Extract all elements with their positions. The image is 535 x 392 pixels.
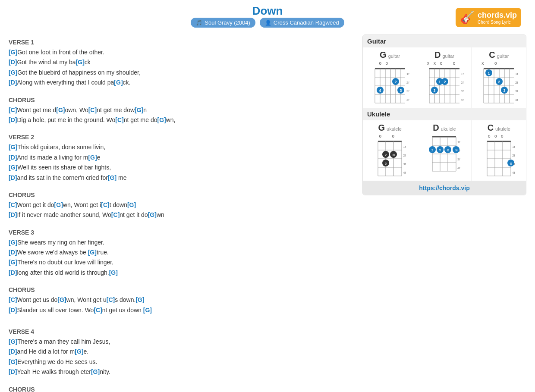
section-label: VERSE 1	[9, 39, 354, 46]
lyric-line: [C]Wont get it do[G]wn, Wont get i[C]t d…	[9, 200, 354, 210]
section-label: CHORUS	[9, 97, 354, 103]
chord-marker[interactable]: [C]	[9, 201, 17, 208]
svg-text:⊕: ⊕	[447, 148, 450, 152]
svg-text:2fr: 2fr	[512, 154, 515, 157]
chord-marker[interactable]: [G]	[135, 296, 144, 303]
svg-text:3: 3	[400, 88, 402, 93]
chord-marker[interactable]: [D]	[9, 174, 17, 181]
svg-text:3: 3	[504, 88, 506, 93]
chord-marker[interactable]: [D]	[9, 368, 17, 375]
svg-text:2: 2	[431, 148, 434, 152]
svg-text:3fr: 3fr	[457, 157, 460, 161]
lyric-line: [D]Got the wind at my ba[G]ck	[9, 57, 354, 67]
chord-D-guitar: D guitar x x o o	[417, 47, 472, 108]
section-label: VERSE 4	[9, 328, 354, 335]
chord-marker[interactable]: [G]	[108, 174, 116, 181]
logo-area: 🎸 chords.vip Chord Song Lyric	[456, 8, 521, 27]
chord-marker[interactable]: [C]	[9, 296, 17, 303]
svg-text:1fr: 1fr	[406, 72, 409, 76]
section-label: VERSE 2	[9, 134, 354, 141]
chord-G-ukulele: G ukulele o o	[363, 120, 417, 181]
meta-bar: 🎵 Soul Gravy (2004) 👤 Cross Canadian Rag…	[9, 18, 526, 28]
album-label: Soul Gravy (2004)	[205, 19, 250, 26]
chord-marker[interactable]: [D]	[9, 211, 17, 218]
chord-marker[interactable]: [C]	[107, 296, 115, 303]
chord-marker[interactable]: [C]	[9, 107, 17, 113]
lyric-line: [G]She wears my ring on her finger.	[9, 238, 354, 247]
chord-marker[interactable]: [G]	[148, 211, 157, 218]
svg-text:4fr: 4fr	[403, 171, 406, 175]
svg-text:2fr: 2fr	[461, 81, 464, 85]
svg-text:1fr: 1fr	[403, 145, 406, 149]
chord-marker[interactable]: [D]	[9, 307, 17, 314]
chord-panel-url: https://chords.vip	[363, 181, 526, 195]
chord-marker[interactable]: [D]	[9, 116, 17, 123]
svg-text:2fr: 2fr	[406, 81, 409, 85]
chord-marker[interactable]: [G]	[109, 269, 118, 276]
svg-text:2fr: 2fr	[403, 154, 406, 157]
lyrics-column: VERSE 1[G]Got one foot in front of the o…	[9, 34, 354, 392]
chord-marker[interactable]: [G]	[9, 69, 17, 76]
chord-marker[interactable]: [G]	[57, 296, 66, 303]
chord-marker[interactable]: [G]	[9, 144, 17, 151]
lyric-line: [C]Wont get us do[G]wn, Wont get u[C]s d…	[9, 295, 354, 304]
chord-marker[interactable]: [G]	[88, 249, 97, 256]
spacer	[9, 220, 354, 225]
chord-marker[interactable]: [G]	[54, 201, 63, 208]
lyric-line: [D]long after this old world is through.…	[9, 268, 354, 277]
chord-marker[interactable]: [C]	[115, 116, 123, 123]
chord-marker[interactable]: [D]	[9, 249, 17, 256]
section-label: CHORUS	[9, 286, 354, 293]
D-guitar-diagram: 1fr 2fr 3fr 4fr 1 2 3	[425, 66, 464, 105]
lyric-line: [D]and its sat in the corner'n cried for…	[9, 173, 354, 182]
spacer	[9, 315, 354, 320]
section-label: CHORUS	[9, 386, 354, 392]
main-layout: VERSE 1[G]Got one foot in front of the o…	[9, 34, 526, 392]
chord-marker[interactable]: [D]	[9, 348, 17, 355]
logo-box[interactable]: 🎸 chords.vip Chord Song Lyric	[456, 8, 521, 27]
chord-marker[interactable]: [G]	[9, 164, 17, 171]
svg-text:4fr: 4fr	[515, 98, 518, 102]
chord-marker[interactable]: [G]	[9, 259, 17, 266]
page-header: Down 🎵 Soul Gravy (2004) 👤 Cross Canadia…	[9, 4, 526, 28]
album-badge[interactable]: 🎵 Soul Gravy (2004)	[191, 18, 255, 28]
artist-badge[interactable]: 👤 Cross Canadian Ragweed	[260, 18, 344, 28]
chord-marker[interactable]: [G]	[127, 201, 136, 208]
svg-text:3fr: 3fr	[461, 89, 464, 93]
chord-marker[interactable]: [G]	[135, 107, 143, 113]
artist-label: Cross Canadian Ragweed	[274, 19, 339, 26]
guitar-section-header: Guitar	[363, 35, 526, 47]
lyric-line: [D]And its made a living for m[G]e	[9, 153, 354, 162]
chord-marker[interactable]: [D]	[9, 269, 17, 276]
chord-marker[interactable]: [C]	[101, 201, 109, 208]
chord-marker[interactable]: [D]	[9, 79, 17, 86]
chord-marker[interactable]: [G]	[9, 358, 17, 365]
section-label: VERSE 3	[9, 229, 354, 236]
svg-text:3fr: 3fr	[406, 89, 409, 93]
D-ukulele-diagram: 1fr 2fr 3fr 4fr 2 5 ⊕ ①	[428, 135, 460, 173]
lyric-line: [D]Yeah He walks through eter[G]nity.	[9, 367, 354, 376]
chord-marker[interactable]: [D]	[9, 154, 17, 161]
chord-marker[interactable]: [G]	[88, 154, 97, 161]
logo-site: chords.vip	[478, 11, 517, 20]
chord-marker[interactable]: [C]	[94, 307, 102, 314]
chord-marker[interactable]: [G]	[9, 49, 17, 56]
svg-text:1fr: 1fr	[457, 140, 460, 144]
chord-marker[interactable]: [G]	[143, 307, 152, 314]
chord-marker[interactable]: [G]	[91, 368, 100, 375]
chord-marker[interactable]: [D]	[9, 59, 17, 66]
ukulele-diagrams: G ukulele o o	[363, 120, 526, 181]
chord-marker[interactable]: [G]	[9, 338, 17, 345]
chord-marker[interactable]: [G]	[56, 107, 65, 113]
chord-marker[interactable]: [C]	[111, 211, 120, 218]
svg-text:2: 2	[394, 80, 397, 84]
chord-marker[interactable]: [G]	[157, 116, 166, 123]
svg-text:4fr: 4fr	[461, 98, 464, 102]
chord-marker[interactable]: [G]	[114, 79, 123, 86]
chord-marker[interactable]: [G]	[76, 59, 85, 66]
chord-marker[interactable]: [G]	[9, 239, 17, 246]
svg-text:⊕: ⊕	[509, 162, 512, 166]
svg-text:1: 1	[488, 71, 490, 75]
chord-marker[interactable]: [G]	[75, 348, 83, 355]
chord-marker[interactable]: [C]	[88, 107, 97, 113]
